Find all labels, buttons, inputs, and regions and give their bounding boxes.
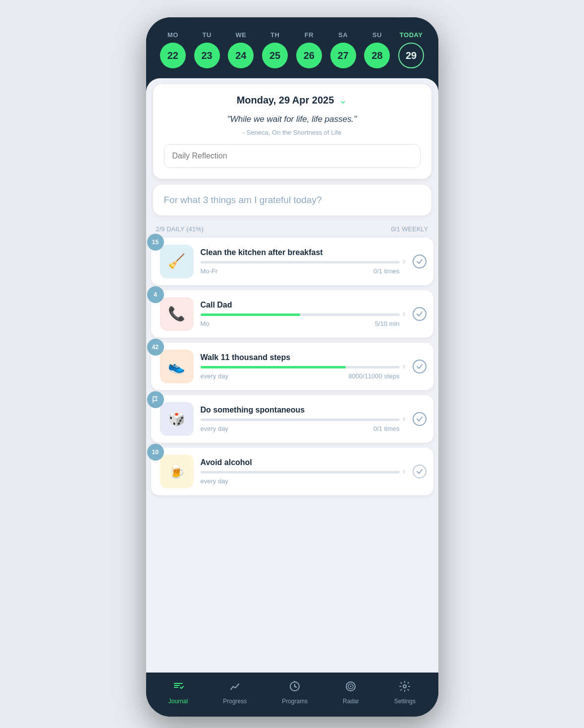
nav-journal-label: Journal bbox=[168, 698, 188, 705]
streak-badge bbox=[147, 391, 164, 408]
habit-meta: Mo-Fr0/1 times bbox=[201, 267, 400, 275]
day-circle[interactable]: 24 bbox=[228, 43, 254, 68]
habit-card-5[interactable]: 10🍺Avoid alcoholevery day› bbox=[151, 448, 433, 495]
habit-card-4[interactable]: 🎲Do something spontaneousevery day0/1 ti… bbox=[151, 395, 433, 443]
habit-check[interactable] bbox=[413, 412, 426, 426]
calendar-day-22[interactable]: MO22 bbox=[160, 31, 186, 68]
habit-schedule: every day bbox=[201, 477, 228, 485]
calendar-day-25[interactable]: TH25 bbox=[262, 31, 288, 68]
day-label: WE bbox=[235, 31, 246, 39]
settings-icon bbox=[399, 680, 411, 695]
chevron-right-icon: › bbox=[403, 361, 406, 371]
day-circle[interactable]: 29 bbox=[398, 43, 424, 68]
programs-icon bbox=[289, 680, 301, 695]
calendar-day-23[interactable]: TU23 bbox=[194, 31, 220, 68]
habit-check[interactable] bbox=[413, 360, 426, 373]
weekly-stats: 0/1 WEEKLY bbox=[391, 225, 428, 233]
habit-card-3[interactable]: 42👟Walk 11 thousand stepsevery day8000/1… bbox=[151, 343, 433, 390]
habit-icon: 👟 bbox=[160, 350, 194, 383]
streak-badge: 42 bbox=[147, 339, 164, 356]
habit-schedule: every day bbox=[201, 425, 228, 432]
habit-count: 5/10 min bbox=[375, 320, 400, 327]
habit-info: Avoid alcoholevery day bbox=[201, 458, 400, 485]
habit-info: Walk 11 thousand stepsevery day8000/1100… bbox=[201, 353, 400, 380]
day-circle[interactable]: 23 bbox=[194, 43, 220, 68]
nav-settings-label: Settings bbox=[394, 698, 416, 705]
gratitude-card[interactable]: For what 3 things am I grateful today? bbox=[153, 185, 431, 215]
nav-programs[interactable]: Programs bbox=[282, 680, 308, 705]
stats-row: 2/9 DAILY (41%) 0/1 WEEKLY bbox=[146, 221, 438, 238]
streak-badge: 4 bbox=[147, 286, 164, 303]
day-label: TODAY bbox=[400, 31, 423, 39]
habit-card-1[interactable]: 15🧹Clean the kitchen after breakfastMo-F… bbox=[151, 238, 433, 285]
date-row: Monday, 29 Apr 2025 ⌄ bbox=[164, 94, 421, 106]
nav-progress[interactable]: Progress bbox=[223, 680, 247, 705]
progress-bar-bg bbox=[201, 418, 400, 421]
day-circle[interactable]: 22 bbox=[160, 43, 186, 68]
nav-radar-label: Radar bbox=[343, 698, 359, 705]
bottom-nav: Journal Progress Programs bbox=[146, 673, 438, 717]
habit-check[interactable] bbox=[413, 465, 426, 478]
habit-check[interactable] bbox=[413, 307, 426, 321]
quote-attr: - Seneca, On the Shortness of Life bbox=[164, 129, 421, 136]
phone-shell: MO22TU23WE24TH25FR26SA27SU28TODAY29 Mond… bbox=[146, 17, 438, 717]
nav-settings[interactable]: Settings bbox=[394, 680, 416, 705]
habit-name: Avoid alcohol bbox=[201, 458, 400, 467]
habit-list: 15🧹Clean the kitchen after breakfastMo-F… bbox=[146, 238, 438, 495]
habit-meta: every day8000/11000 steps bbox=[201, 372, 400, 380]
calendar-day-27[interactable]: SA27 bbox=[330, 31, 356, 68]
daily-stats: 2/9 DAILY (41%) bbox=[156, 225, 204, 233]
habit-check[interactable] bbox=[413, 255, 426, 268]
date-chevron-icon[interactable]: ⌄ bbox=[339, 94, 347, 106]
gratitude-text: For what 3 things am I grateful today? bbox=[164, 195, 322, 205]
day-circle[interactable]: 27 bbox=[330, 43, 356, 68]
habit-name: Walk 11 thousand steps bbox=[201, 353, 400, 362]
progress-bar-bg bbox=[201, 313, 400, 316]
calendar-days: MO22TU23WE24TH25FR26SA27SU28TODAY29 bbox=[156, 31, 428, 68]
habit-schedule: Mo-Fr bbox=[201, 267, 218, 275]
date-card: Monday, 29 Apr 2025 ⌄ "While we wait for… bbox=[153, 84, 431, 179]
progress-bar-bg bbox=[201, 471, 400, 473]
day-label: SA bbox=[338, 31, 348, 39]
habit-schedule: Mo bbox=[201, 320, 210, 327]
habit-card-2[interactable]: 4📞Call DadMo5/10 min› bbox=[151, 290, 433, 338]
svg-point-7 bbox=[350, 686, 352, 687]
chevron-right-icon: › bbox=[403, 414, 406, 424]
day-circle[interactable]: 28 bbox=[364, 43, 390, 68]
habit-name: Do something spontaneous bbox=[201, 406, 400, 415]
chevron-right-icon: › bbox=[403, 466, 406, 476]
day-label: MO bbox=[167, 31, 178, 39]
radar-icon bbox=[345, 680, 357, 695]
day-label: TH bbox=[270, 31, 279, 39]
date-text: Monday, 29 Apr 2025 bbox=[237, 95, 334, 106]
svg-point-9 bbox=[403, 685, 406, 688]
habit-count: 8000/11000 steps bbox=[348, 372, 399, 380]
svg-point-3 bbox=[294, 686, 296, 687]
progress-bar-fill bbox=[201, 366, 346, 368]
day-circle[interactable]: 26 bbox=[296, 43, 322, 68]
journal-icon bbox=[172, 680, 184, 695]
nav-programs-label: Programs bbox=[282, 698, 308, 705]
habit-name: Clean the kitchen after breakfast bbox=[201, 248, 400, 257]
nav-progress-label: Progress bbox=[223, 698, 247, 705]
calendar-day-24[interactable]: WE24 bbox=[228, 31, 254, 68]
day-circle[interactable]: 25 bbox=[262, 43, 288, 68]
nav-radar[interactable]: Radar bbox=[343, 680, 359, 705]
day-label: FR bbox=[305, 31, 314, 39]
nav-journal[interactable]: Journal bbox=[168, 680, 188, 705]
habit-icon: 🧹 bbox=[160, 245, 194, 278]
chevron-right-icon: › bbox=[403, 309, 406, 319]
habit-icon: 🎲 bbox=[160, 402, 194, 436]
calendar-day-29[interactable]: TODAY29 bbox=[398, 31, 424, 68]
habit-info: Clean the kitchen after breakfastMo-Fr0/… bbox=[201, 248, 400, 275]
chevron-right-icon: › bbox=[403, 256, 406, 266]
calendar-day-28[interactable]: SU28 bbox=[364, 31, 390, 68]
daily-reflection-input[interactable] bbox=[164, 144, 421, 168]
quote-text: "While we wait for life, life passes." bbox=[164, 113, 421, 126]
habit-meta: every day0/1 times bbox=[201, 425, 400, 432]
calendar-day-26[interactable]: FR26 bbox=[296, 31, 322, 68]
habit-info: Call DadMo5/10 min bbox=[201, 301, 400, 327]
progress-bar-bg bbox=[201, 261, 400, 263]
habit-icon: 🍺 bbox=[160, 455, 194, 488]
habit-count: 0/1 times bbox=[373, 267, 400, 275]
